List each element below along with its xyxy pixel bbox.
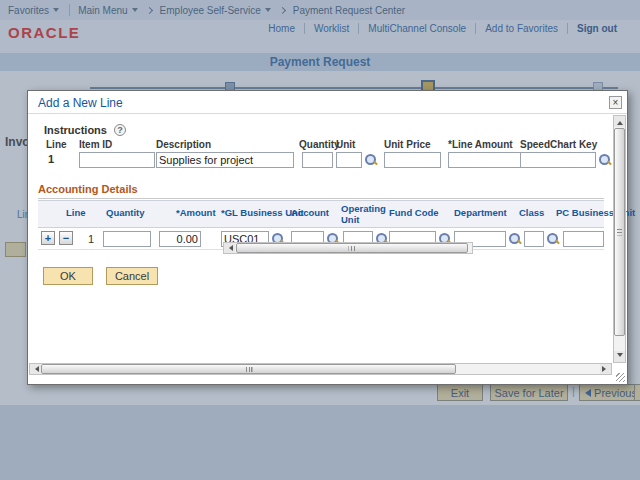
- instructions-row: Instructions ?: [44, 124, 126, 136]
- dialog-horizontal-scrollbar[interactable]: [29, 363, 612, 375]
- col-account: Account: [291, 207, 329, 218]
- dialog-scrollbar-thumb[interactable]: [41, 364, 456, 374]
- line-number: 1: [48, 153, 54, 165]
- delete-row-button[interactable]: −: [59, 231, 73, 245]
- grid-horizontal-scrollbar[interactable]: [223, 242, 473, 254]
- item-id-input[interactable]: [79, 152, 155, 168]
- close-icon[interactable]: ×: [609, 96, 622, 109]
- ok-button[interactable]: OK: [43, 267, 93, 285]
- acct-quantity-input[interactable]: [103, 231, 151, 247]
- acct-amount-input[interactable]: [159, 231, 201, 247]
- class-lookup-icon[interactable]: [547, 233, 559, 245]
- speedchart-key-input[interactable]: [520, 152, 596, 168]
- item-id-header: Item ID: [79, 139, 112, 150]
- unit-price-input[interactable]: [384, 152, 441, 168]
- unit-header: Unit: [336, 139, 355, 150]
- accounting-details-header: Accounting Details: [38, 183, 604, 199]
- unit-input[interactable]: [336, 152, 362, 168]
- line-header: Line: [46, 139, 67, 150]
- divider: [28, 113, 627, 114]
- scroll-left-icon[interactable]: [224, 243, 235, 253]
- cancel-button[interactable]: Cancel: [106, 267, 158, 285]
- dialog-title: Add a New Line: [38, 96, 123, 110]
- line-amount-input[interactable]: [448, 152, 521, 168]
- scroll-right-icon[interactable]: [600, 364, 611, 374]
- dialog-vertical-scrollbar[interactable]: [613, 115, 626, 363]
- col-class: Class: [519, 207, 544, 218]
- col-quantity: Quantity: [106, 207, 145, 218]
- col-department: Department: [454, 207, 507, 218]
- grid-scrollbar-thumb[interactable]: [236, 243, 468, 253]
- pc-business-unit-input[interactable]: [563, 231, 604, 247]
- instructions-label: Instructions: [44, 124, 107, 136]
- department-lookup-icon[interactable]: [509, 233, 521, 245]
- speedchart-lookup-icon[interactable]: [599, 154, 611, 166]
- scroll-up-icon[interactable]: [614, 116, 625, 127]
- col-amount: *Amount: [176, 207, 216, 218]
- add-row-button[interactable]: +: [41, 231, 55, 245]
- col-fund-code: Fund Code: [389, 207, 439, 218]
- speedchart-key-header: SpeedChart Key: [520, 139, 597, 150]
- quantity-header: Quantity: [299, 139, 340, 150]
- quantity-input[interactable]: [302, 152, 333, 168]
- unit-price-header: Unit Price: [384, 139, 431, 150]
- col-line: Line: [66, 207, 86, 218]
- accounting-grid-header: Line Quantity *Amount *GL Business Unit …: [38, 200, 604, 228]
- description-input[interactable]: [156, 152, 294, 168]
- help-icon[interactable]: ?: [114, 124, 126, 136]
- scroll-down-icon[interactable]: [614, 351, 625, 362]
- line-amount-header: *Line Amount: [448, 139, 513, 150]
- col-operating-unit: Operating Unit: [341, 203, 387, 225]
- class-input[interactable]: [524, 231, 544, 247]
- description-header: Description: [156, 139, 211, 150]
- resize-grip-icon[interactable]: [616, 373, 625, 382]
- dialog-vscrollbar-thumb[interactable]: [614, 128, 625, 336]
- screen: Favorites Main Menu Employee Self-Servic…: [0, 0, 640, 480]
- row-line-number: 1: [88, 233, 94, 245]
- add-new-line-dialog: Add a New Line × Instructions ? Line Ite…: [27, 90, 628, 385]
- scroll-left-icon[interactable]: [30, 364, 41, 374]
- unit-lookup-icon[interactable]: [365, 154, 377, 166]
